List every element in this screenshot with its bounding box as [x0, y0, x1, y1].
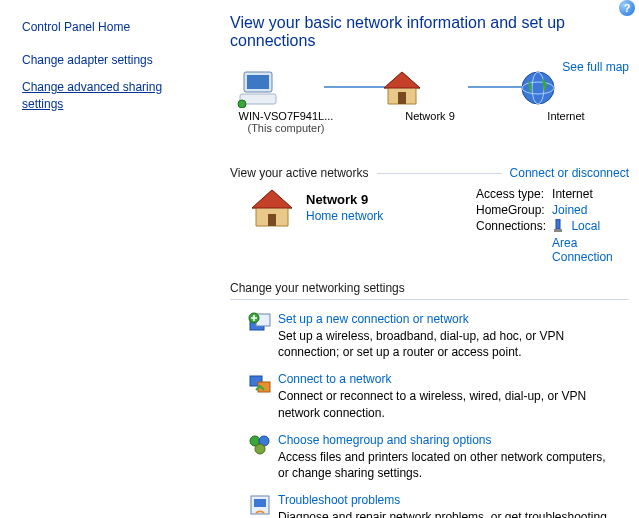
homegroup-icon	[248, 433, 278, 481]
sidebar-link-advanced-sharing[interactable]: Change advanced sharing settings	[22, 79, 198, 113]
task-troubleshoot: Troubleshoot problems Diagnose and repai…	[248, 493, 629, 518]
active-network-left: Network 9 Home network	[306, 186, 476, 265]
connections-label: Connections:	[476, 218, 552, 265]
task-setup-connection-link[interactable]: Set up a new connection or network	[278, 312, 619, 326]
map-network-name: Network 9	[380, 110, 480, 122]
page-title: View your basic network information and …	[230, 14, 629, 50]
active-network-type-link[interactable]: Home network	[306, 209, 476, 223]
sidebar: Control Panel Home Change adapter settin…	[0, 0, 210, 518]
map-node-computer[interactable]: WIN-VSO7F941L... (This computer)	[236, 68, 336, 134]
computer-icon	[236, 68, 336, 108]
connect-network-icon	[248, 372, 278, 420]
svg-marker-5	[384, 72, 420, 88]
setup-connection-icon	[248, 312, 278, 360]
homegroup-label: HomeGroup:	[476, 202, 552, 218]
connection-status-icon	[552, 219, 564, 236]
svg-marker-11	[252, 190, 292, 208]
task-homegroup-sharing-link[interactable]: Choose homegroup and sharing options	[278, 433, 619, 447]
active-network-details: Access type: Internet HomeGroup: Joined …	[476, 186, 629, 265]
task-troubleshoot-desc: Diagnose and repair network problems, or…	[278, 509, 619, 518]
svg-point-3	[238, 100, 246, 108]
sidebar-link-adapter-settings[interactable]: Change adapter settings	[22, 52, 198, 69]
task-setup-connection: Set up a new connection or network Set u…	[248, 312, 629, 360]
task-setup-connection-desc: Set up a wireless, broadband, dial-up, a…	[278, 328, 619, 360]
active-network-block: Network 9 Home network Access type: Inte…	[230, 186, 629, 265]
help-icon[interactable]: ?	[619, 0, 635, 16]
map-internet-name: Internet	[516, 110, 616, 122]
map-line-1	[324, 86, 388, 88]
access-type-value: Internet	[552, 186, 629, 202]
task-homegroup-sharing: Choose homegroup and sharing options Acc…	[248, 433, 629, 481]
network-map: See full map WIN-VSO7F941L... (This comp…	[230, 60, 629, 160]
svg-point-7	[522, 72, 554, 104]
active-network-name: Network 9	[306, 192, 476, 207]
main-pane: ? View your basic network information an…	[210, 0, 639, 518]
divider	[377, 173, 502, 174]
troubleshoot-icon	[248, 493, 278, 518]
network-type-icon	[248, 186, 296, 265]
house-icon	[380, 68, 480, 108]
active-networks-header-row: View your active networks Connect or dis…	[230, 166, 629, 180]
control-panel-home-link[interactable]: Control Panel Home	[22, 20, 198, 34]
svg-rect-14	[554, 229, 562, 232]
task-troubleshoot-link[interactable]: Troubleshoot problems	[278, 493, 619, 507]
svg-rect-1	[247, 75, 269, 89]
svg-rect-12	[268, 214, 276, 226]
networking-settings-header: Change your networking settings	[230, 281, 629, 300]
active-networks-label: View your active networks	[230, 166, 369, 180]
svg-point-22	[255, 444, 265, 454]
svg-rect-6	[398, 92, 406, 104]
map-node-internet[interactable]: Internet	[516, 68, 616, 122]
task-connect-network-link[interactable]: Connect to a network	[278, 372, 619, 386]
access-type-label: Access type:	[476, 186, 552, 202]
map-computer-name: WIN-VSO7F941L...	[236, 110, 336, 122]
homegroup-value-link[interactable]: Joined	[552, 202, 629, 218]
map-computer-sub: (This computer)	[236, 122, 336, 134]
task-connect-network: Connect to a network Connect or reconnec…	[248, 372, 629, 420]
map-node-network[interactable]: Network 9	[380, 68, 480, 122]
svg-rect-13	[556, 219, 560, 229]
task-homegroup-sharing-desc: Access files and printers located on oth…	[278, 449, 619, 481]
connect-disconnect-link[interactable]: Connect or disconnect	[510, 166, 629, 180]
globe-icon	[516, 68, 616, 108]
svg-rect-24	[254, 499, 266, 507]
task-connect-network-desc: Connect or reconnect to a wireless, wire…	[278, 388, 619, 420]
